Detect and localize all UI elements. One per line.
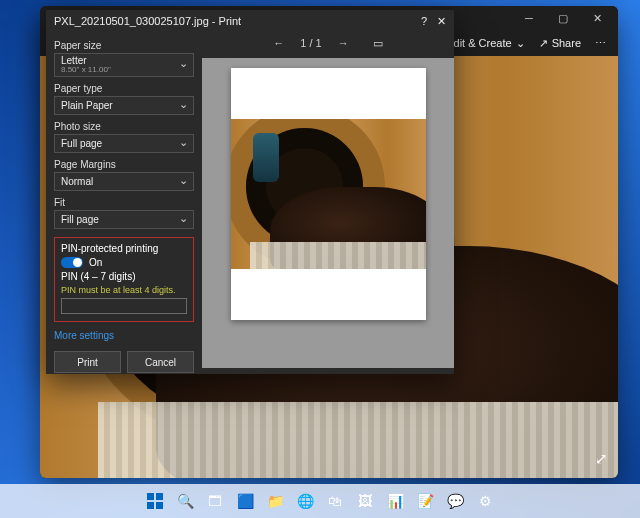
more-settings-link[interactable]: More settings bbox=[54, 330, 194, 341]
pin-input[interactable] bbox=[61, 298, 187, 314]
svg-rect-1 bbox=[156, 493, 163, 500]
pin-protected-section: PIN-protected printing On PIN (4 – 7 dig… bbox=[54, 237, 194, 322]
photo-size-label: Photo size bbox=[54, 121, 194, 132]
store-button[interactable]: 🛍 bbox=[323, 489, 347, 513]
print-dialog-titlebar: PXL_20210501_030025107.jpg - Print ? ✕ bbox=[46, 10, 454, 32]
app-button[interactable]: 📊 bbox=[383, 489, 407, 513]
print-options-panel: Paper size Letter 8.50" x 11.00" Paper t… bbox=[46, 32, 202, 374]
more-button[interactable]: ⋯ bbox=[595, 37, 606, 50]
share-icon: ↗ bbox=[539, 37, 548, 50]
preview-nav: ← 1 / 1 → ▭ bbox=[202, 32, 454, 54]
preview-thumbnail bbox=[231, 119, 426, 269]
pin-toggle-label: On bbox=[89, 257, 102, 268]
app-button[interactable]: 📝 bbox=[413, 489, 437, 513]
taskbar: 🔍 🗔 🟦 📁 🌐 🛍 🖼 📊 📝 💬 ⚙ bbox=[0, 484, 640, 518]
explorer-button[interactable]: 📁 bbox=[263, 489, 287, 513]
page-margins-label: Page Margins bbox=[54, 159, 194, 170]
paper-size-sub: 8.50" x 11.00" bbox=[61, 66, 111, 74]
minimize-button[interactable]: ─ bbox=[514, 8, 544, 28]
cancel-button-label: Cancel bbox=[145, 357, 176, 368]
pin-warning: PIN must be at least 4 digits. bbox=[61, 285, 187, 295]
photo-size-select[interactable]: Full page bbox=[54, 134, 194, 153]
widgets-button[interactable]: 🟦 bbox=[233, 489, 257, 513]
page-indicator: 1 / 1 bbox=[300, 37, 321, 49]
start-button[interactable] bbox=[143, 489, 167, 513]
pin-section-label: PIN-protected printing bbox=[61, 243, 187, 254]
svg-rect-0 bbox=[147, 493, 154, 500]
edit-create-label: Edit & Create bbox=[446, 37, 511, 49]
page-margins-value: Normal bbox=[61, 176, 93, 187]
fit-page-button[interactable]: ▭ bbox=[373, 37, 383, 50]
fit-value: Fill page bbox=[61, 214, 99, 225]
expand-icon[interactable]: ⤢ bbox=[595, 450, 608, 468]
print-button-label: Print bbox=[77, 357, 98, 368]
app-button[interactable]: 🖼 bbox=[353, 489, 377, 513]
pin-digits-label: PIN (4 – 7 digits) bbox=[61, 271, 187, 282]
paper-type-select[interactable]: Plain Paper bbox=[54, 96, 194, 115]
cancel-button[interactable]: Cancel bbox=[127, 351, 194, 373]
edge-button[interactable]: 🌐 bbox=[293, 489, 317, 513]
prev-page-button[interactable]: ← bbox=[273, 37, 284, 49]
fit-label: Fit bbox=[54, 197, 194, 208]
paper-size-label: Paper size bbox=[54, 40, 194, 51]
help-button[interactable]: ? bbox=[421, 15, 427, 27]
maximize-button[interactable]: ▢ bbox=[548, 8, 578, 28]
close-button[interactable]: ✕ bbox=[582, 8, 612, 28]
app-button[interactable]: ⚙ bbox=[473, 489, 497, 513]
print-preview-panel: ← 1 / 1 → ▭ bbox=[202, 32, 454, 374]
page-margins-select[interactable]: Normal bbox=[54, 172, 194, 191]
paper-size-select[interactable]: Letter 8.50" x 11.00" bbox=[54, 53, 194, 77]
paper-type-label: Paper type bbox=[54, 83, 194, 94]
pin-toggle[interactable] bbox=[61, 257, 83, 268]
chevron-down-icon: ⌄ bbox=[516, 37, 525, 50]
preview-page bbox=[231, 68, 426, 320]
app-button[interactable]: 💬 bbox=[443, 489, 467, 513]
print-button[interactable]: Print bbox=[54, 351, 121, 373]
search-button[interactable]: 🔍 bbox=[173, 489, 197, 513]
close-button[interactable]: ✕ bbox=[437, 15, 446, 28]
photo-size-value: Full page bbox=[61, 138, 102, 149]
preview-area bbox=[202, 58, 454, 368]
share-button[interactable]: ↗ Share bbox=[539, 37, 581, 50]
print-dialog-title: PXL_20210501_030025107.jpg - Print bbox=[54, 15, 241, 27]
fit-select[interactable]: Fill page bbox=[54, 210, 194, 229]
paper-type-value: Plain Paper bbox=[61, 100, 113, 111]
share-label: Share bbox=[552, 37, 581, 49]
svg-rect-3 bbox=[156, 502, 163, 509]
task-view-button[interactable]: 🗔 bbox=[203, 489, 227, 513]
print-dialog: PXL_20210501_030025107.jpg - Print ? ✕ P… bbox=[46, 10, 454, 374]
next-page-button[interactable]: → bbox=[338, 37, 349, 49]
svg-rect-2 bbox=[147, 502, 154, 509]
